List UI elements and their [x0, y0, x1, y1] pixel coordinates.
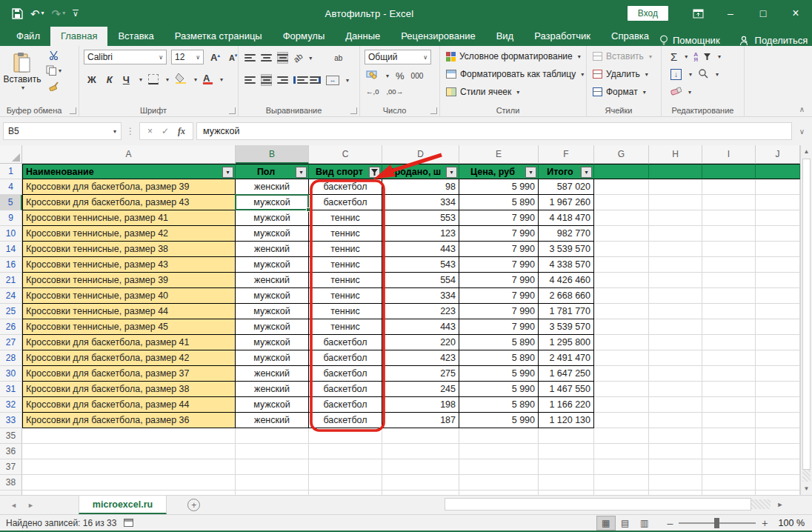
empty-cell[interactable]	[702, 164, 756, 179]
empty-cell[interactable]	[22, 444, 236, 459]
cell-gender[interactable]: мужской	[236, 335, 309, 350]
cell-price[interactable]: 5 890	[459, 397, 539, 413]
undo-button[interactable]: ↶▾	[30, 8, 44, 19]
horizontal-scroll-thumb[interactable]	[445, 498, 751, 511]
empty-cell[interactable]	[594, 195, 649, 210]
align-top-icon[interactable]	[244, 54, 256, 61]
cell-name[interactable]: Кроссовки для баскетбола, размер 36	[22, 413, 236, 428]
empty-cell[interactable]	[236, 475, 309, 491]
cell-gender[interactable]: мужской	[236, 304, 309, 319]
empty-cell[interactable]	[756, 242, 800, 257]
close-button[interactable]: ×	[779, 0, 812, 27]
vertical-scroll-thumb[interactable]	[802, 159, 811, 470]
cell-name[interactable]: Кроссовки для баскетбола, размер 38	[22, 382, 236, 397]
empty-cell[interactable]	[459, 475, 539, 491]
zoom-slider[interactable]	[679, 522, 756, 524]
row-header-24[interactable]: 24	[0, 288, 22, 304]
wrap-text-icon[interactable]: ab	[334, 54, 342, 62]
decrease-indent-icon[interactable]	[293, 76, 304, 84]
cell-price[interactable]: 5 890	[459, 195, 539, 210]
empty-cell[interactable]	[594, 210, 649, 226]
row-header-14[interactable]: 14	[0, 242, 22, 257]
column-header-F[interactable]: F	[539, 145, 594, 164]
empty-cell[interactable]	[649, 335, 702, 350]
row-header-1[interactable]: 1	[0, 164, 22, 179]
sheet-tab[interactable]: microexcel.ru	[79, 496, 167, 514]
decrease-decimal-icon[interactable]: ,00→	[386, 87, 403, 96]
empty-cell[interactable]	[702, 382, 756, 397]
cell-price[interactable]: 7 990	[459, 319, 539, 335]
minimize-button[interactable]: –	[714, 0, 747, 27]
cell-total[interactable]: 2 491 470	[539, 350, 594, 366]
borders-icon[interactable]	[148, 74, 159, 84]
cell-gender[interactable]: мужской	[236, 195, 309, 210]
find-select-icon[interactable]	[698, 68, 708, 81]
cell-name[interactable]: Кроссовки теннисные, размер 45	[22, 319, 236, 335]
bold-button[interactable]: Ж	[85, 73, 99, 86]
cell-styles-button[interactable]: Стили ячеек▾	[446, 87, 519, 97]
empty-cell[interactable]	[22, 475, 236, 491]
empty-cell[interactable]	[459, 444, 539, 459]
empty-cell[interactable]	[459, 428, 539, 444]
cell-name[interactable]: Кроссовки теннисные, размер 42	[22, 226, 236, 242]
empty-cell[interactable]	[649, 444, 702, 459]
cell-name[interactable]: Кроссовки теннисные, размер 40	[22, 288, 236, 304]
cell-price[interactable]: 5 990	[459, 179, 539, 195]
empty-cell[interactable]	[594, 382, 649, 397]
tab-data[interactable]: Данные	[335, 27, 390, 46]
empty-cell[interactable]	[649, 428, 702, 444]
italic-button[interactable]: К	[104, 73, 115, 86]
cell-price[interactable]: 7 990	[459, 257, 539, 273]
cell-total[interactable]: 4 426 460	[539, 273, 594, 288]
tab-developer[interactable]: Разработчик	[524, 27, 601, 46]
empty-cell[interactable]	[594, 304, 649, 319]
cell-sport[interactable]: баскетбол	[309, 179, 382, 195]
cell-total[interactable]: 1 295 800	[539, 335, 594, 350]
clear-icon[interactable]	[670, 87, 682, 98]
select-all-corner[interactable]	[0, 145, 22, 164]
empty-cell[interactable]	[382, 428, 459, 444]
tab-page-layout[interactable]: Разметка страницы	[164, 27, 273, 46]
autosum-icon[interactable]: Σ	[670, 50, 677, 63]
tab-formulas[interactable]: Формулы	[273, 27, 336, 46]
column-header-H[interactable]: H	[649, 145, 702, 164]
empty-cell[interactable]	[594, 226, 649, 242]
cell-qty[interactable]: 443	[382, 242, 459, 257]
empty-cell[interactable]	[236, 428, 309, 444]
empty-cell[interactable]	[22, 459, 236, 475]
empty-cell[interactable]	[459, 459, 539, 475]
font-dialog-launcher[interactable]	[229, 107, 236, 114]
cell-sport[interactable]: теннис	[309, 242, 382, 257]
empty-cell[interactable]	[702, 210, 756, 226]
cell-price[interactable]: 7 990	[459, 304, 539, 319]
empty-cell[interactable]	[702, 413, 756, 428]
empty-cell[interactable]	[382, 444, 459, 459]
increase-decimal-icon[interactable]: ←,0	[366, 87, 379, 96]
cell-sport[interactable]: баскетбол	[309, 335, 382, 350]
empty-cell[interactable]	[702, 273, 756, 288]
empty-cell[interactable]	[236, 459, 309, 475]
column-header-B[interactable]: B	[236, 145, 309, 164]
empty-cell[interactable]	[594, 428, 649, 444]
cell-price[interactable]: 5 990	[459, 413, 539, 428]
empty-cell[interactable]	[702, 257, 756, 273]
cell-price[interactable]: 7 990	[459, 273, 539, 288]
cell-sport[interactable]: теннис	[309, 288, 382, 304]
empty-cell[interactable]	[756, 304, 800, 319]
empty-cell[interactable]	[649, 257, 702, 273]
empty-cell[interactable]	[594, 164, 649, 179]
cell-gender[interactable]: мужской	[236, 350, 309, 366]
row-header-35[interactable]: 35	[0, 428, 22, 444]
empty-cell[interactable]	[649, 319, 702, 335]
cell-name[interactable]: Кроссовки теннисные, размер 43	[22, 257, 236, 273]
empty-cell[interactable]	[756, 397, 800, 413]
cell-sport[interactable]: баскетбол	[309, 382, 382, 397]
column-header-C[interactable]: C	[309, 145, 382, 164]
horizontal-scrollbar[interactable]: ►	[445, 498, 787, 511]
empty-cell[interactable]	[649, 273, 702, 288]
column-header-E[interactable]: E	[459, 145, 539, 164]
row-header-31[interactable]: 31	[0, 382, 22, 397]
filter-dropdown-icon[interactable]: ▾	[581, 167, 592, 178]
customize-qat-button[interactable]: ∨	[73, 10, 78, 18]
empty-cell[interactable]	[756, 382, 800, 397]
